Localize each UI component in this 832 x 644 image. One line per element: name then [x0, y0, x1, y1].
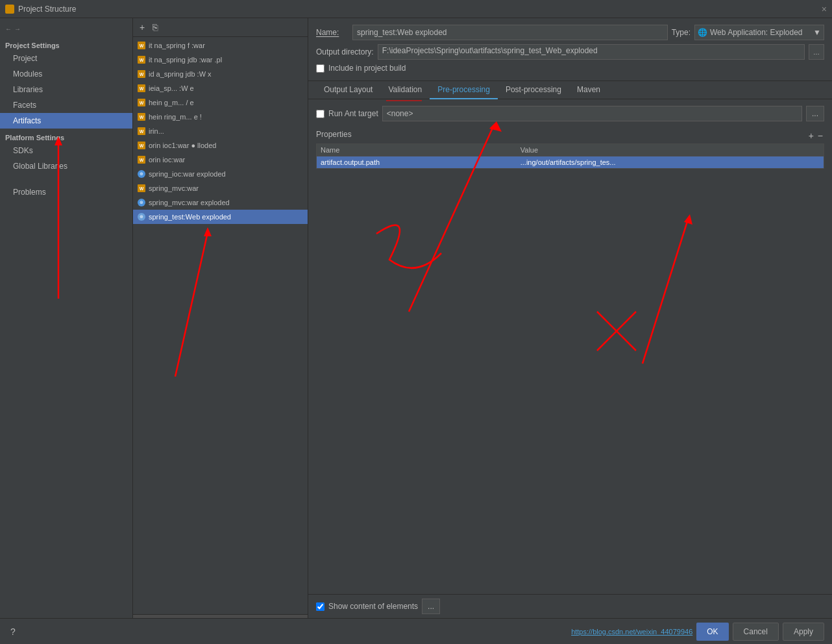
properties-label: Properties [316, 130, 352, 139]
center-scrollbar[interactable] [133, 614, 308, 618]
include-checkbox-row: Include in project build [316, 64, 824, 73]
property-name: artifact.output.path [317, 156, 517, 169]
table-header-name: Name [317, 144, 517, 156]
tab-validation[interactable]: Validation [380, 81, 430, 99]
include-checkbox[interactable] [316, 64, 324, 73]
add-artifact-button[interactable]: + [137, 21, 147, 34]
title-bar: Project Structure × [0, 0, 832, 18]
include-label: Include in project build [328, 64, 406, 73]
platform-settings-label: Platform Settings [0, 129, 132, 143]
war-icon: W [137, 141, 146, 150]
list-item[interactable]: W it na_spring f :war [133, 38, 308, 53]
close-button[interactable]: × [822, 4, 827, 14]
copy-artifact-button[interactable]: ⎘ [150, 21, 160, 34]
title-bar-left: Project Structure [5, 5, 76, 14]
table-header-value: Value [517, 144, 824, 156]
external-link[interactable]: https://blog.csdn.net/weixin_44079946 [571, 628, 692, 636]
list-item[interactable]: ⊕ spring_ioc:war exploded [133, 167, 308, 181]
nav-back[interactable]: ← [5, 25, 12, 32]
war-icon: W [137, 98, 146, 107]
sidebar-item-facets[interactable]: Facets [0, 97, 132, 113]
chevron-down-icon: ▼ [813, 28, 821, 37]
name-input[interactable] [352, 25, 668, 40]
show-content-checkbox[interactable] [316, 602, 324, 611]
window-title: Project Structure [18, 5, 76, 14]
list-item[interactable]: W hein ring_m... e ! [133, 110, 308, 124]
tab-content-pre-processing: Run Ant target <none> ... Properties + − [308, 99, 832, 594]
web-icon: ⊕ [137, 198, 146, 207]
sidebar-item-sdks[interactable]: SDKs [0, 143, 132, 158]
bottom-left: ? [8, 625, 18, 638]
table-row[interactable]: artifact.output.path ...ing/out/artifact… [317, 156, 824, 169]
question-mark-icon: ? [10, 626, 16, 637]
list-item[interactable]: W irin... [133, 124, 308, 138]
cancel-button[interactable]: Cancel [733, 623, 779, 641]
center-toolbar: + ⎘ [133, 18, 308, 37]
list-item[interactable]: W orin ioc:war [133, 153, 308, 167]
project-settings-label: Project Settings [0, 36, 132, 51]
sidebar-nav: ← → [0, 21, 132, 36]
sidebar-item-project[interactable]: Project [0, 51, 132, 66]
properties-section: Properties + − Name Value [316, 129, 824, 169]
war-icon: W [137, 184, 146, 193]
output-dir-label: Output directory: [316, 47, 374, 56]
run-ant-row: Run Ant target <none> ... [316, 106, 824, 121]
browse-button[interactable]: … [809, 44, 824, 60]
tabs-bar: Output Layout Validation Pre-processing … [308, 81, 832, 99]
war-icon: W [137, 127, 146, 136]
artifact-list: W it na_spring f :war W it na_spring jdb… [133, 37, 308, 614]
list-item-selected[interactable]: ⊕ spring_test:Web exploded [133, 210, 308, 224]
help-button[interactable]: ? [8, 625, 18, 638]
output-dir-row: Output directory: F:\ideaProjects\Spring… [316, 44, 824, 60]
war-icon: W [137, 155, 146, 164]
list-item[interactable]: W spring_mvc:war [133, 181, 308, 195]
bottom-bar: ? https://blog.csdn.net/weixin_44079946 … [0, 618, 832, 644]
war-icon: W [137, 41, 146, 50]
run-ant-label: Run Ant target [328, 109, 378, 118]
tab-post-processing[interactable]: Post-processing [498, 81, 569, 99]
war-icon: W [137, 84, 146, 93]
list-item[interactable]: W hein g_m... / e [133, 95, 308, 110]
name-row: Name: Type: 🌐 Web Application: Exploded … [316, 25, 824, 40]
sidebar-item-modules[interactable]: Modules [0, 66, 132, 82]
ok-button[interactable]: OK [696, 623, 728, 641]
run-ant-more-button[interactable]: ... [806, 106, 824, 121]
property-value: ...ing/out/artifacts/spring_tes... [517, 156, 824, 169]
sidebar-item-artifacts[interactable]: Artifacts [0, 113, 132, 129]
sidebar-item-libraries[interactable]: Libraries [0, 82, 132, 97]
list-item[interactable]: W it na_spring jdb :war .pl [133, 53, 308, 67]
sidebar: ← → Project Settings Project Modules Lib… [0, 18, 133, 618]
nav-forward[interactable]: → [14, 25, 21, 32]
list-item[interactable]: ⊕ spring_mvc:war exploded [133, 195, 308, 210]
war-icon: W [137, 69, 146, 79]
table-actions: + − [807, 129, 824, 142]
tab-maven[interactable]: Maven [569, 81, 608, 99]
web-icon: ⊕ [137, 212, 146, 221]
name-label: Name: [316, 28, 349, 37]
main-layout: ← → Project Settings Project Modules Lib… [0, 18, 832, 618]
tab-output-layout[interactable]: Output Layout [316, 81, 380, 99]
apply-button[interactable]: Apply [783, 623, 824, 641]
type-label: Type: [672, 28, 691, 37]
right-panel-top: Name: Type: 🌐 Web Application: Exploded … [308, 18, 832, 81]
app-icon [5, 5, 14, 14]
list-item[interactable]: W ieia_sp... :W e [133, 81, 308, 95]
remove-property-button[interactable]: − [816, 129, 824, 142]
center-panel: + ⎘ W it na_spring f :war W it na_spring… [133, 18, 308, 618]
list-item[interactable]: W orin ioc1:war ● lloded [133, 138, 308, 153]
add-property-button[interactable]: + [807, 129, 815, 142]
properties-table: Name Value artifact.output.path ...ing/o… [316, 143, 824, 169]
right-panel: Name: Type: 🌐 Web Application: Exploded … [308, 18, 832, 618]
show-content-more-button[interactable]: ... [422, 599, 440, 614]
run-ant-select[interactable]: <none> [382, 106, 802, 121]
sidebar-item-problems[interactable]: Problems [0, 184, 132, 200]
run-ant-checkbox[interactable] [316, 110, 324, 118]
type-select-value: Web Application: Exploded [710, 28, 803, 37]
table-header-row: Properties + − [316, 129, 824, 142]
sidebar-item-global-libraries[interactable]: Global Libraries [0, 158, 132, 174]
tab-pre-processing[interactable]: Pre-processing [430, 81, 498, 99]
list-item[interactable]: W id a_spring jdb :W x [133, 67, 308, 81]
show-content-label: Show content of elements [328, 602, 418, 611]
type-select[interactable]: 🌐 Web Application: Exploded ▼ [694, 25, 824, 40]
show-content-row: Show content of elements ... [308, 594, 832, 618]
